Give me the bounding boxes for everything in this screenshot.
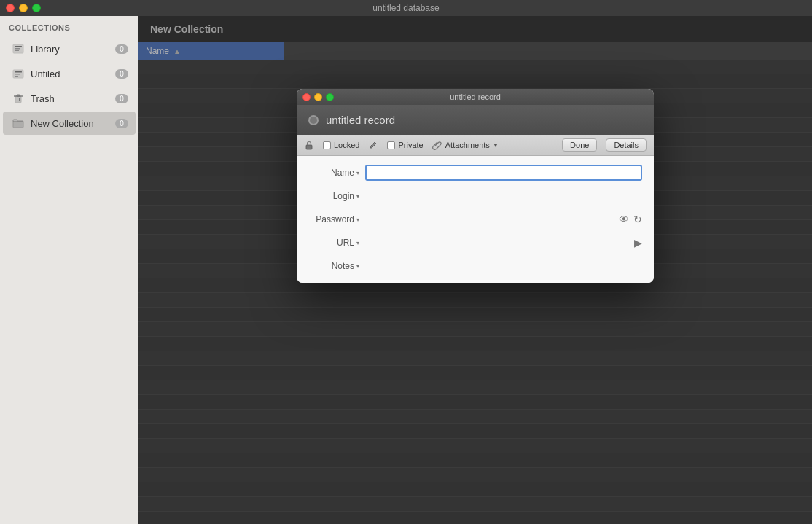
close-button[interactable] [6, 4, 15, 12]
lock-icon [304, 140, 314, 150]
sidebar-item-library[interactable]: Library 0 [3, 37, 136, 60]
login-empty [365, 188, 642, 204]
modal-close-button[interactable] [302, 93, 311, 101]
password-actions: 👁 ↻ [619, 214, 642, 225]
svg-rect-8 [15, 96, 21, 103]
locked-label: Locked [334, 141, 359, 149]
login-chevron: ▾ [356, 193, 359, 200]
sidebar-item-new-collection[interactable]: New Collection 0 [3, 112, 136, 135]
name-chevron: ▾ [356, 170, 359, 176]
svg-rect-10 [17, 95, 20, 96]
password-label: Password ▾ [308, 214, 359, 224]
svg-rect-6 [15, 74, 20, 75]
attachments-label: Attachments [445, 141, 490, 149]
attachments-item[interactable]: Attachments ▼ [432, 140, 499, 150]
modal-overlay: untitled record untitled record [138, 16, 812, 524]
name-field-row: Name ▾ [308, 165, 642, 181]
name-label: Name ▾ [308, 168, 359, 178]
main-layout: COLLECTIONS Library 0 [0, 16, 812, 524]
sidebar: COLLECTIONS Library 0 [0, 16, 138, 524]
library-label: Library [31, 44, 115, 55]
lock-toolbar-item [304, 140, 314, 150]
new-collection-badge: 0 [115, 119, 128, 128]
svg-rect-2 [15, 48, 20, 50]
trash-badge: 0 [115, 94, 128, 103]
done-button[interactable]: Done [562, 138, 597, 152]
new-collection-icon [10, 115, 26, 131]
modal-window: untitled record untitled record [297, 89, 654, 283]
new-collection-label: New Collection [31, 118, 115, 129]
play-icon[interactable]: ▶ [634, 237, 642, 249]
notes-field-row: Notes ▾ [308, 258, 642, 274]
url-label: URL ▾ [308, 238, 359, 248]
url-empty [365, 235, 628, 251]
attachment-icon [432, 140, 442, 150]
attachments-chevron: ▼ [493, 142, 499, 149]
details-button[interactable]: Details [606, 138, 647, 152]
svg-rect-5 [15, 71, 22, 73]
minimize-button[interactable] [19, 4, 28, 12]
library-badge: 0 [115, 44, 128, 54]
private-label: Private [398, 141, 423, 149]
modal-maximize-button[interactable] [326, 93, 334, 101]
name-input[interactable] [365, 165, 642, 181]
svg-rect-3 [15, 50, 19, 52]
password-chevron: ▾ [356, 216, 359, 223]
private-checkbox[interactable] [387, 141, 395, 149]
title-bar: untitled database [0, 0, 812, 16]
private-icon-item [368, 140, 378, 150]
notes-chevron: ▾ [356, 263, 359, 270]
sidebar-item-trash[interactable]: Trash 0 [3, 87, 136, 110]
content-area: New Collection Name ▲ [138, 16, 812, 524]
svg-rect-13 [306, 145, 312, 149]
unfiled-badge: 0 [115, 69, 128, 79]
url-chevron: ▾ [356, 240, 359, 246]
eye-icon[interactable]: 👁 [619, 214, 629, 225]
login-label: Login ▾ [308, 191, 359, 201]
trash-icon [10, 90, 26, 106]
modal-title: untitled record [450, 93, 501, 101]
svg-rect-1 [15, 46, 22, 47]
notes-label: Notes ▾ [308, 261, 359, 271]
modal-toolbar: Locked Private [297, 135, 654, 156]
modal-minimize-button[interactable] [314, 93, 322, 101]
traffic-lights[interactable] [6, 4, 41, 12]
notes-empty [365, 258, 642, 274]
unfiled-icon [10, 66, 26, 82]
sidebar-item-unfiled[interactable]: Unfiled 0 [3, 62, 136, 85]
maximize-button[interactable] [32, 4, 41, 12]
login-field-row: Login ▾ [308, 188, 642, 204]
svg-rect-7 [15, 76, 18, 77]
password-field-row: Password ▾ 👁 ↻ [308, 211, 642, 227]
library-icon [10, 41, 26, 57]
record-icon [308, 115, 319, 125]
unfiled-label: Unfiled [31, 69, 115, 79]
modal-traffic-lights[interactable] [302, 93, 334, 101]
refresh-icon[interactable]: ↻ [633, 214, 642, 225]
sidebar-header: COLLECTIONS [0, 16, 138, 36]
modal-body: Name ▾ Login ▾ [297, 156, 654, 283]
locked-checkbox-item[interactable]: Locked [323, 141, 359, 149]
locked-checkbox[interactable] [323, 141, 331, 149]
url-field-row: URL ▾ ▶ [308, 235, 642, 251]
trash-label: Trash [31, 93, 115, 104]
pen-icon [368, 140, 378, 150]
modal-record-header: untitled record [297, 105, 654, 135]
window-title: untitled database [372, 3, 439, 13]
password-empty [365, 211, 613, 227]
private-checkbox-item[interactable]: Private [387, 141, 423, 149]
url-actions: ▶ [634, 237, 642, 249]
modal-title-bar: untitled record [297, 89, 654, 105]
record-title: untitled record [326, 114, 395, 126]
